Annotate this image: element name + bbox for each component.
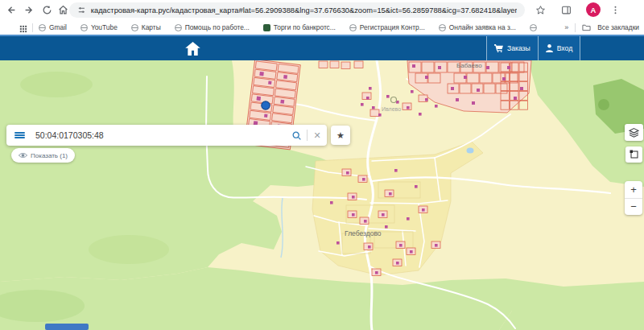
url-text: кадастровая-карта.рус/кадастровая_карта#…: [91, 6, 517, 14]
bookmark-item[interactable]: Карты: [131, 23, 161, 31]
divider: [575, 23, 576, 32]
search-bar: 50:04:0170305:48 ✕: [6, 125, 327, 146]
folder-icon: [582, 23, 591, 31]
label-babaevo: Бабаево: [456, 62, 482, 69]
globe-favicon-icon: [530, 24, 537, 31]
clear-search-button[interactable]: ✕: [308, 130, 327, 141]
bookmark-items: GmailYouTubeКартыПомощь по работе...Торг…: [0, 23, 538, 31]
label-ivlevo: Ивлево: [382, 106, 401, 112]
bookmark-label: Онлайн заявка на з...: [449, 23, 516, 31]
bookmark-label: Gmail: [49, 23, 67, 31]
globe-favicon-icon: [39, 24, 46, 31]
layers-button[interactable]: [625, 124, 643, 141]
cart-icon: [494, 44, 503, 52]
bookmark-label: Торги по банкротс...: [274, 23, 336, 31]
bookmark-item[interactable]: YouTube: [80, 23, 118, 31]
login-button[interactable]: Вход: [538, 36, 580, 60]
show-results-button[interactable]: Показать (1): [11, 148, 75, 163]
home-icon: [185, 42, 200, 56]
globe-favicon-icon: [80, 24, 88, 31]
address-bar[interactable]: кадастровая-карта.рус/кадастровая_карта#…: [69, 2, 525, 18]
zoom-out-button[interactable]: −: [625, 199, 642, 216]
divider: [32, 23, 33, 32]
menu-button[interactable]: [6, 125, 32, 146]
orders-label: Заказы: [507, 44, 530, 52]
select-area-icon: [630, 150, 639, 159]
bookmark-label: Регистрация Контр...: [360, 23, 425, 31]
back-icon[interactable]: [4, 3, 18, 17]
search-button[interactable]: [286, 130, 307, 141]
browser-toolbar: кадастровая-карта.рус/кадастровая_карта#…: [0, 0, 644, 20]
bookmark-item[interactable]: Онлайн заявка на з...: [439, 23, 516, 31]
bookmark-item[interactable]: Gmail: [39, 23, 67, 31]
globe-favicon-icon: [175, 24, 182, 31]
home-browser-icon[interactable]: [56, 3, 70, 17]
favorites-button[interactable]: ★: [331, 126, 350, 145]
all-bookmarks-button[interactable]: Все закладки: [597, 23, 639, 31]
bookmarks-bar: GmailYouTubeКартыПомощь по работе...Торг…: [0, 20, 644, 35]
bookmark-label: YouTube: [91, 23, 118, 31]
globe-favicon-icon: [439, 24, 446, 31]
profile-avatar[interactable]: А: [586, 2, 601, 17]
side-panel-icon[interactable]: [559, 3, 573, 17]
show-results-label: Показать (1): [31, 152, 68, 159]
label-glebezdovo: Глебездово: [345, 229, 382, 237]
map-blue-feature: [45, 324, 89, 330]
map-container: Бабаево Глебездово Ивлево 50:04:0170305:…: [0, 60, 644, 330]
login-label: Вход: [557, 44, 572, 52]
bookmarks-overflow-chevron[interactable]: »: [564, 23, 568, 31]
parcel-marker[interactable]: [262, 101, 270, 109]
globe-favicon-icon: [131, 24, 138, 31]
search-input[interactable]: 50:04:0170305:48: [32, 130, 286, 140]
search-icon: [291, 130, 302, 141]
home-button[interactable]: [177, 36, 208, 60]
bookmark-star-icon[interactable]: [534, 3, 547, 17]
map-canvas[interactable]: Бабаево Глебездово Ивлево: [0, 60, 644, 330]
map-pond: [467, 148, 474, 154]
select-area-button[interactable]: [625, 146, 642, 163]
forward-icon[interactable]: [23, 3, 36, 17]
bookmark-label: Помощь по работе...: [185, 23, 250, 31]
bookmark-item[interactable]: Регистрация Контр...: [349, 23, 425, 31]
eye-icon: [19, 152, 27, 159]
apps-grid-icon[interactable]: [16, 22, 30, 35]
site-favicon-icon: [263, 24, 270, 31]
reload-icon[interactable]: [40, 3, 54, 17]
bookmark-label: Карты: [142, 23, 161, 31]
person-icon: [546, 44, 553, 52]
bookmark-item[interactable]: Продается ВШРА П...: [530, 23, 538, 31]
bookmark-item[interactable]: Помощь по работе...: [175, 23, 250, 31]
browser-menu-icon[interactable]: [609, 3, 622, 17]
zoom-control: + −: [625, 181, 642, 215]
layers-icon: [629, 127, 639, 138]
site-info-icon[interactable]: [77, 6, 86, 14]
globe-favicon-icon: [349, 24, 357, 31]
zoom-in-button[interactable]: +: [625, 181, 642, 199]
bookmark-item[interactable]: Торги по банкротс...: [263, 23, 336, 31]
orders-button[interactable]: Заказы: [486, 36, 538, 60]
